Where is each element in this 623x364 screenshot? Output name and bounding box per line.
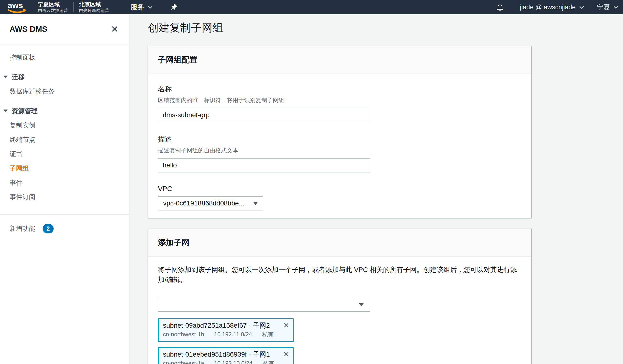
sidebar-group-resource-management[interactable]: 资源管理	[0, 104, 129, 118]
name-input[interactable]	[158, 108, 370, 122]
subnet-cidr: 10.192.10.0/24	[214, 360, 252, 364]
sidebar-item-endpoints[interactable]: 终端节点	[0, 132, 129, 147]
sidebar-item-certificates[interactable]: 证书	[0, 147, 129, 161]
sidebar-item-label: 事件	[10, 178, 22, 187]
sidebar-item-label: 数据库迁移任务	[10, 87, 55, 96]
region-selector-label: 宁夏	[597, 3, 610, 11]
region-operator: 由光环新网运营	[79, 8, 109, 13]
card-title: 添加子网	[158, 237, 189, 248]
aws-logo-icon: aws	[7, 0, 30, 14]
whats-new-count-badge: 2	[43, 224, 54, 234]
subnet-chip: subnet-01eebed951d86939f - 子网1 ✕ cn-nort…	[158, 347, 294, 364]
subnet-picker-select[interactable]	[158, 298, 370, 312]
region-operator: 由西云数据运营	[38, 8, 68, 13]
remove-subnet-icon[interactable]: ✕	[280, 351, 289, 358]
description-label: 描述	[158, 135, 521, 144]
sidebar: AWS DMS ✕ 控制面板 迁移 数据库迁移任务 资源管理 复制实例 终端节点	[0, 14, 130, 364]
main-content: 创建复制子网组 子网组配置 名称 区域范围内的唯一标识符，将用于识别复制子网组 …	[130, 14, 623, 364]
sidebar-item-label: 证书	[10, 150, 22, 158]
triangle-down-icon	[3, 76, 8, 78]
vpc-label: VPC	[158, 185, 521, 193]
account-menu[interactable]: jiade @ awscnjiade	[520, 4, 582, 11]
region-divider	[73, 2, 74, 12]
subnet-access: 私有	[263, 360, 274, 364]
subnet-chip-name: subnet-01eebed951d86939f - 子网1	[163, 350, 270, 359]
sidebar-item-whats-new[interactable]: 新增功能 2	[0, 224, 129, 234]
sidebar-item-replication-instances[interactable]: 复制实例	[0, 118, 129, 132]
sidebar-nav: 控制面板 迁移 数据库迁移任务 资源管理 复制实例 终端节点 证书	[0, 44, 129, 234]
region-beijing: 北京区域 由光环新网运营	[79, 1, 109, 13]
description-field: 描述 描述复制子网组的自由格式文本	[158, 135, 521, 172]
chevron-down-icon	[148, 4, 152, 9]
pushpin-icon	[170, 3, 178, 11]
name-label: 名称	[158, 85, 521, 94]
subnet-az: cn-northwest-1a	[163, 360, 204, 364]
name-field: 名称 区域范围内的唯一标识符，将用于识别复制子网组	[158, 85, 521, 122]
sidebar-item-event-subscriptions[interactable]: 事件订阅	[0, 190, 129, 204]
whats-new-label: 新增功能	[10, 224, 35, 233]
description-input[interactable]	[158, 158, 370, 172]
name-help-text: 区域范围内的唯一标识符，将用于识别复制子网组	[158, 96, 521, 104]
sidebar-item-label: 控制面板	[10, 53, 35, 62]
sidebar-item-label: 事件订阅	[10, 193, 35, 201]
region-name: 北京区域	[79, 1, 109, 7]
subnet-chip-name: subnet-09abd7251a158ef67 - 子网2	[163, 321, 270, 330]
triangle-down-icon	[3, 109, 8, 112]
sidebar-divider	[0, 214, 129, 215]
add-subnets-card: 添加子网 将子网添加到该子网组。您可以一次添加一个子网，或者添加与此 VPC 相…	[148, 229, 531, 364]
region-ningxia: 宁夏区域 由西云数据运营	[38, 1, 68, 13]
services-label: 服务	[131, 3, 144, 12]
sidebar-group-migration[interactable]: 迁移	[0, 70, 129, 84]
sidebar-item-subnet-groups[interactable]: 子网组	[0, 161, 129, 175]
vpc-field: VPC vpc-0c61918868dd08bbe...	[158, 185, 521, 211]
sidebar-item-label: 终端节点	[10, 135, 35, 144]
remove-subnet-icon[interactable]: ✕	[280, 322, 289, 329]
sidebar-group-label: 迁移	[12, 73, 25, 81]
sidebar-item-migration-tasks[interactable]: 数据库迁移任务	[0, 84, 129, 99]
aws-logo[interactable]: aws	[7, 0, 30, 14]
pin-shortcut-button[interactable]	[170, 3, 178, 11]
sidebar-item-events[interactable]: 事件	[0, 175, 129, 190]
vpc-select-value: vpc-0c61918868dd08bbe...	[163, 199, 244, 207]
vpc-select[interactable]: vpc-0c61918868dd08bbe...	[158, 196, 263, 211]
region-name: 宁夏区域	[38, 1, 68, 7]
subnet-cidr: 10.192.11.0/24	[214, 331, 252, 338]
notifications-button[interactable]	[496, 3, 504, 11]
region-selector-menu[interactable]: 宁夏	[597, 3, 618, 11]
top-navbar: aws 宁夏区域 由西云数据运营 北京区域 由光环新网运营 服务	[0, 0, 623, 14]
subnet-az: cn-northwest-1b	[163, 331, 204, 338]
chevron-down-icon	[614, 4, 618, 9]
bell-icon	[496, 3, 504, 11]
subnet-access: 私有	[262, 331, 273, 338]
services-menu[interactable]: 服务	[131, 3, 151, 12]
add-subnets-description: 将子网添加到该子网组。您可以一次添加一个子网，或者添加与此 VPC 相关的所有子…	[158, 265, 518, 285]
description-help-text: 描述复制子网组的自由格式文本	[158, 147, 521, 154]
sidebar-item-dashboard[interactable]: 控制面板	[0, 50, 129, 64]
caret-down-icon	[359, 303, 364, 306]
sidebar-title: AWS DMS	[10, 25, 47, 34]
svg-text:aws: aws	[8, 1, 23, 10]
card-title: 子网组配置	[158, 55, 197, 65]
subnet-chip: subnet-09abd7251a158ef67 - 子网2 ✕ cn-nort…	[158, 318, 294, 342]
close-icon[interactable]: ✕	[111, 25, 118, 34]
subnet-group-config-card: 子网组配置 名称 区域范围内的唯一标识符，将用于识别复制子网组 描述 描述复制子…	[148, 46, 531, 218]
page-title: 创建复制子网组	[148, 21, 623, 35]
chevron-down-icon	[579, 4, 584, 9]
sidebar-item-label: 子网组	[10, 164, 29, 173]
sidebar-item-label: 复制实例	[10, 121, 35, 130]
sidebar-group-label: 资源管理	[12, 107, 38, 115]
caret-down-icon	[253, 202, 258, 205]
account-label: jiade @ awscnjiade	[520, 4, 576, 11]
